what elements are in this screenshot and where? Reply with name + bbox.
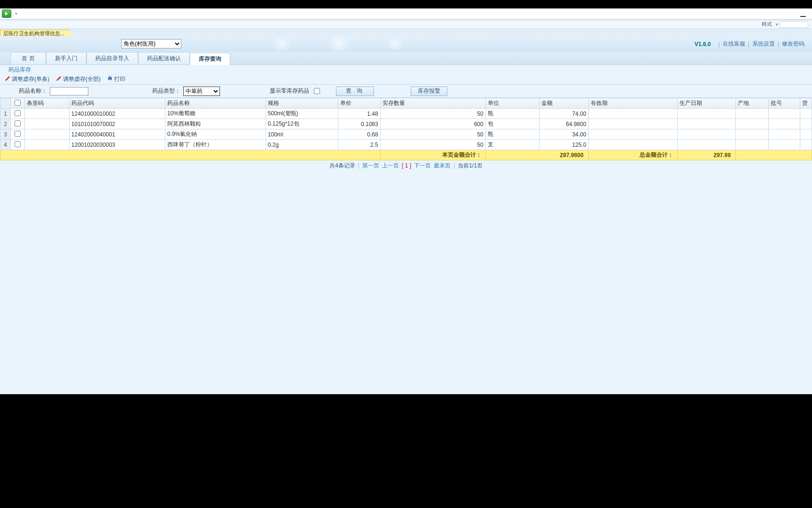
online-support-link[interactable]: 在线客服 [723,40,745,48]
col-extra: 货 [800,98,812,109]
zero-stock-checkbox[interactable] [314,88,320,94]
pager-count: 共4条记录 [329,162,355,170]
printer-icon [107,76,113,83]
stock-grid: 条形码 药品代码 药品名称 规格 单价 实存数量 单位 金额 有效期 生产日期 … [0,98,812,160]
col-code: 药品代码 [69,98,165,109]
grid-header-row: 条形码 药品代码 药品名称 规格 单价 实存数量 单位 金额 有效期 生产日期 … [0,98,812,109]
adjust-single-button[interactable]: 调整虚存(单条) [5,75,49,83]
change-password-link[interactable]: 修改密码 [782,40,804,48]
row-checkbox[interactable] [15,120,21,127]
style-bar: 样式 ▾ [0,20,812,29]
main-tabs: 首 页 新手入门 药品目录导入 药品配送确认 库存查询 [0,51,812,65]
version-label: V1.6.0 [695,41,711,48]
row-checkbox[interactable] [15,141,21,147]
page-total-label: 本页金额合计： [380,150,485,160]
banner: 角色(村医用) V1.6.0 | 在线客服 | 系统设置 | 修改密码 [0,36,812,51]
pager-current: [ 1 ] [402,162,411,169]
style-select[interactable] [780,21,808,28]
page-total-value: 297.9800 [485,150,588,160]
drug-name-label: 药品名称： [19,87,47,95]
app-tabbar: 层医疗卫生机构管理信息... [0,29,812,36]
style-caret: ▾ [776,22,778,27]
col-barcode: 条形码 [25,98,70,109]
tab-stock-query[interactable]: 库存查询 [190,53,230,65]
pager-last[interactable]: 最末页 [434,162,451,170]
table-row[interactable]: 210101010070002阿莫西林颗粒0.125g*12包0.1083600… [0,119,812,129]
col-spec: 规格 [265,98,338,109]
pager-position: 当前1/1页 [458,162,483,170]
pencil-icon [56,76,62,83]
table-row[interactable]: 3124020000400010.9%氯化钠100ml0.6850瓶34.00 [0,129,812,140]
table-row[interactable]: 11240100001000210%葡萄糖500ml(塑瓶)1.4850瓶74.… [0,109,812,119]
minimize-button[interactable] [798,9,808,17]
row-checkbox[interactable] [15,131,21,137]
print-button[interactable]: 打印 [107,75,125,83]
panel-title: 药品库存 [0,65,812,74]
adjust-all-button[interactable]: 调整虚存(全部) [56,75,101,83]
drug-type-select[interactable]: 中草药 [183,87,220,96]
zero-stock-label: 显示零库存药品 [270,87,309,95]
window-titlebar: ▾ [0,8,812,19]
select-all-checkbox[interactable] [15,100,21,106]
table-row[interactable]: 412001020030003西咪替丁（粉针）0.2g2.550支125.0 [0,140,812,150]
col-origin: 产地 [736,98,769,109]
tab-catalog-import[interactable]: 药品目录导入 [86,52,138,64]
grand-total-label: 总金额合计： [588,150,677,160]
decorative-flare [226,36,414,51]
drug-name-input[interactable] [50,87,88,95]
col-expiry: 有效期 [588,98,677,109]
banner-right-links: V1.6.0 | 在线客服 | 系统设置 | 修改密码 [695,40,804,48]
stock-alarm-button[interactable]: 库存报警 [411,87,447,96]
col-name: 药品名称 [165,98,265,109]
tab-guide[interactable]: 新手入门 [46,52,86,64]
col-proddate: 生产日期 [677,98,735,109]
row-checkbox[interactable] [15,110,21,116]
svg-rect-1 [109,76,111,78]
tab-delivery-confirm[interactable]: 药品配送确认 [138,52,190,64]
play-icon [4,11,9,16]
col-unit: 单位 [485,98,539,109]
pencil-icon [5,76,10,83]
pager-next[interactable]: 下一页 [414,162,431,170]
drug-type-label: 药品类型： [152,87,180,95]
letterbox-bottom [0,394,812,508]
col-amount: 金额 [539,98,589,109]
col-price: 单价 [338,98,381,109]
pager-prev[interactable]: 上一页 [382,162,399,170]
pager: 共4条记录 | 第一页 上一页 [ 1 ] 下一页 最末页 | 当前1/1页 [0,160,812,171]
letterbox-top [0,0,812,8]
col-qty: 实存数量 [380,98,485,109]
grand-total-value: 297.98 [677,150,735,160]
role-select[interactable]: 角色(村医用) [121,39,181,48]
toolbar: 调整虚存(单条) 调整虚存(全部) 打印 [0,74,812,85]
back-button[interactable] [2,9,11,18]
query-button[interactable]: 查 询 [336,87,374,96]
style-label: 样式 [762,21,772,28]
app-tab[interactable]: 层医疗卫生机构管理信息... [0,30,70,36]
filter-row: 药品名称： 药品类型： 中草药 显示零库存药品 查 询 库存报警 [0,85,812,98]
svg-rect-2 [109,79,111,81]
content-area: 药品库存 调整虚存(单条) 调整虚存(全部) 打印 药品名称： 药品类型： 中草… [0,65,812,394]
col-batch: 批号 [768,98,800,109]
titlebar-caret: ▾ [15,11,17,16]
system-settings-link[interactable]: 系统设置 [752,40,775,48]
totals-row: 本页金额合计： 297.9800 总金额合计： 297.98 [0,150,812,160]
pager-first[interactable]: 第一页 [362,162,379,170]
tab-home[interactable]: 首 页 [10,52,46,64]
